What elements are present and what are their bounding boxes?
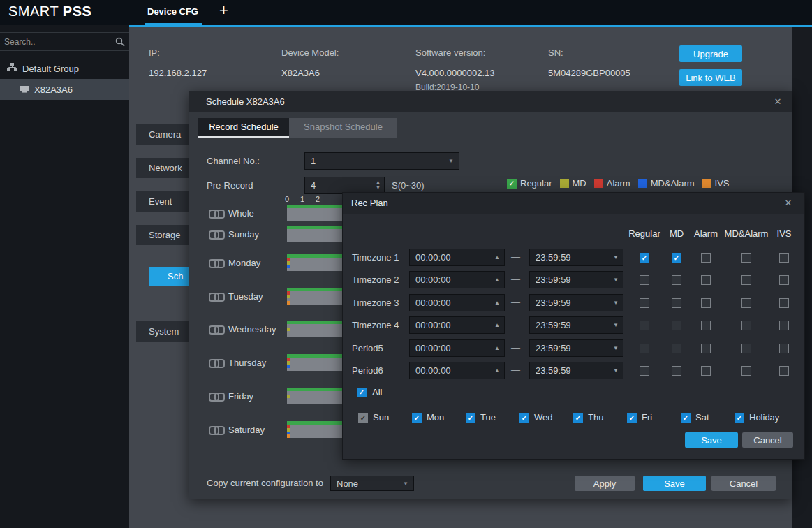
end-time-input[interactable]: 23:59:59▼ [529, 362, 623, 379]
day-label: Friday [223, 391, 287, 402]
link-days-icon[interactable] [209, 258, 223, 267]
tab-snapshot-schedule[interactable]: Snapshot Schedule [289, 118, 397, 138]
record-type-checkbox[interactable] [741, 366, 751, 376]
legend-label: MD [573, 178, 586, 189]
chevron-down-icon: ▼ [403, 476, 408, 490]
sidebar-item-device[interactable]: X82A3A6 [0, 79, 129, 100]
day-checkbox-holiday[interactable]: ✓ [735, 413, 744, 423]
record-type-checkbox[interactable] [640, 321, 649, 330]
copy-config-dropdown[interactable]: None ▼ [330, 476, 414, 491]
link-days-icon[interactable] [209, 209, 223, 217]
chevron-down-icon[interactable]: ▼ [613, 317, 619, 333]
day-checkbox-tue[interactable]: ✓ [466, 413, 475, 423]
link-days-icon[interactable] [209, 230, 223, 238]
start-time-input[interactable]: 00:00:00▲ [409, 316, 505, 334]
record-type-checkbox[interactable] [779, 366, 789, 376]
record-type-checkbox[interactable] [640, 298, 649, 308]
spin-up-icon[interactable]: ▲ [494, 249, 500, 265]
day-checkbox-mon[interactable]: ✓ [412, 413, 422, 423]
record-type-checkbox[interactable] [701, 344, 711, 353]
close-icon[interactable]: ✕ [783, 198, 794, 209]
record-type-checkbox[interactable] [640, 366, 649, 376]
chevron-down-icon[interactable]: ▼ [613, 340, 619, 356]
add-tab-button[interactable]: + [219, 1, 228, 20]
record-type-checkbox[interactable] [701, 253, 711, 263]
link-days-icon[interactable] [209, 392, 223, 400]
channel-dropdown[interactable]: 1 ▼ [304, 152, 459, 170]
sidebar-item-default-group[interactable]: Default Group [0, 59, 129, 78]
start-time-input[interactable]: 00:00:00▲ [409, 294, 505, 311]
record-type-checkbox[interactable] [672, 321, 681, 330]
record-type-checkbox[interactable] [672, 366, 681, 376]
recplan-save-button[interactable]: Save [685, 432, 738, 448]
record-type-checkbox[interactable] [779, 253, 789, 263]
day-checkbox-sun[interactable]: ✓ [358, 413, 368, 423]
record-type-checkbox[interactable] [701, 321, 711, 330]
start-time-input[interactable]: 00:00:00▲ [409, 271, 505, 288]
tab-device-cfg[interactable]: Device CFG [147, 0, 198, 25]
link-days-icon[interactable] [209, 292, 223, 300]
link-days-icon[interactable] [209, 325, 223, 333]
spin-up-icon[interactable]: ▲ [494, 295, 500, 311]
search-input[interactable] [0, 33, 108, 50]
record-type-checkbox[interactable] [779, 298, 789, 308]
record-type-checkbox[interactable] [741, 298, 751, 308]
close-icon[interactable]: ✕ [772, 96, 783, 108]
spin-up-icon[interactable]: ▲ [494, 272, 500, 288]
chevron-down-icon[interactable]: ▼ [613, 295, 619, 311]
recplan-cancel-button[interactable]: Cancel [742, 432, 793, 448]
record-type-checkbox[interactable]: ✓ [672, 253, 681, 263]
spin-up-icon[interactable]: ▲ [494, 362, 500, 379]
start-time-input[interactable]: 00:00:00▲ [409, 339, 505, 357]
chevron-down-icon[interactable]: ▼ [613, 249, 619, 265]
chevron-down-icon[interactable]: ▼ [613, 272, 619, 288]
record-type-checkbox[interactable] [779, 275, 789, 285]
end-time-input[interactable]: 23:59:59▼ [529, 249, 623, 266]
logo-pss: PSS [63, 3, 92, 19]
record-type-checkbox[interactable] [672, 275, 681, 285]
tab-record-schedule[interactable]: Record Schedule [198, 118, 289, 138]
legend-alarm: Alarm [594, 178, 630, 189]
record-type-checkbox[interactable] [741, 344, 751, 353]
day-checkbox-sat[interactable]: ✓ [681, 413, 691, 423]
record-type-checkbox[interactable] [640, 344, 649, 353]
record-type-checkbox[interactable] [672, 298, 681, 308]
end-time-input[interactable]: 23:59:59▼ [529, 294, 623, 311]
apply-button[interactable]: Apply [575, 476, 635, 491]
day-checkbox-thu[interactable]: ✓ [573, 413, 583, 423]
day-checkbox-wed[interactable]: ✓ [519, 413, 529, 423]
search-icon[interactable] [115, 37, 125, 50]
link-days-icon[interactable] [209, 425, 223, 434]
record-type-checkbox[interactable] [779, 321, 789, 330]
spin-up-icon[interactable]: ▲ [494, 340, 500, 356]
record-type-checkbox[interactable] [741, 253, 751, 263]
spin-up-icon[interactable]: ▲ [494, 317, 500, 333]
start-time-input[interactable]: 00:00:00▲ [409, 249, 505, 266]
link-to-web-button[interactable]: Link to WEB [679, 69, 742, 86]
start-time-input[interactable]: 00:00:00▲ [409, 362, 505, 379]
cancel-button[interactable]: Cancel [711, 476, 776, 491]
end-time-input[interactable]: 23:59:59▼ [529, 316, 623, 334]
spin-down-icon[interactable]: ▼ [376, 185, 381, 191]
upgrade-button[interactable]: Upgrade [679, 45, 742, 62]
record-type-checkbox[interactable] [701, 275, 711, 285]
day-checkbox-label: Thu [588, 413, 603, 423]
end-time-input[interactable]: 23:59:59▼ [529, 271, 623, 288]
day-checkbox-fri[interactable]: ✓ [627, 413, 637, 423]
day-checkbox-label: Wed [534, 413, 553, 423]
record-type-checkbox[interactable] [640, 275, 649, 285]
record-type-checkbox[interactable]: ✓ [640, 253, 649, 263]
all-checkbox[interactable]: ✓ [357, 388, 367, 397]
device-icon [20, 85, 29, 95]
chevron-down-icon[interactable]: ▼ [613, 362, 619, 379]
record-type-checkbox[interactable] [741, 275, 751, 285]
record-type-checkbox[interactable] [672, 344, 681, 353]
record-type-checkbox[interactable] [701, 366, 711, 376]
record-type-checkbox[interactable] [701, 298, 711, 308]
record-type-checkbox[interactable] [779, 344, 789, 353]
record-type-checkbox[interactable] [741, 321, 751, 330]
save-button[interactable]: Save [643, 476, 706, 491]
link-days-icon[interactable] [209, 358, 223, 367]
end-time-input[interactable]: 23:59:59▼ [529, 339, 623, 357]
spin-up-icon[interactable]: ▲ [376, 179, 381, 185]
